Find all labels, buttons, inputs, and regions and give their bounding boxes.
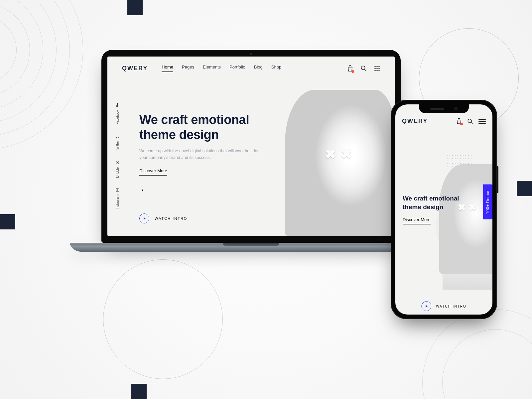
laptop-base <box>70 243 432 252</box>
play-icon <box>139 213 149 223</box>
discover-more-link[interactable]: Discover More <box>139 168 167 176</box>
facebook-icon <box>116 103 119 107</box>
bg-square <box>127 0 143 15</box>
social-label: Dribble <box>116 167 119 178</box>
statue-eye-x-icon: ✖ <box>325 146 336 162</box>
bg-square <box>0 214 15 229</box>
hero-subtitle: We come up with the novel digital soluti… <box>139 148 266 161</box>
hero-title: We craft emotional theme design <box>139 112 266 142</box>
svg-point-9 <box>378 70 379 71</box>
nav-item-pages[interactable]: Pages <box>182 65 194 72</box>
apps-button[interactable] <box>374 66 380 71</box>
search-button[interactable] <box>467 118 473 124</box>
nav-item-portfolio[interactable]: Portfolio <box>229 65 245 72</box>
statue-eye-x-icon: ✖ <box>341 146 352 162</box>
phone-mockup: QWERY ✖ ✖ We craft emotional <box>391 100 497 319</box>
dribble-icon <box>115 161 119 165</box>
search-button[interactable] <box>360 65 367 71</box>
social-link-dribble[interactable]: Dribble <box>115 161 119 178</box>
watch-intro-label: WATCH INTRO <box>155 216 187 220</box>
search-icon <box>467 118 473 124</box>
cart-button[interactable] <box>347 65 353 72</box>
watch-intro-button[interactable]: WATCH INTRO <box>421 301 466 311</box>
apps-grid-icon <box>374 66 380 71</box>
desktop-viewport: QWERY Home Pages Elements Portfolio Blog… <box>107 57 395 236</box>
watch-intro-button[interactable]: WATCH INTRO <box>139 213 187 223</box>
statue-eye-x-icon: ✖ <box>468 201 476 213</box>
nav-item-elements[interactable]: Elements <box>203 65 221 72</box>
svg-point-11 <box>117 189 118 191</box>
svg-point-1 <box>374 66 375 67</box>
svg-point-14 <box>468 119 471 123</box>
bg-square <box>131 384 147 399</box>
demos-side-tab[interactable]: 100+ Demos <box>483 184 492 219</box>
svg-point-4 <box>374 68 375 69</box>
social-label: Twitter <box>116 141 119 151</box>
laptop-mockup: QWERY Home Pages Elements Portfolio Blog… <box>70 50 432 252</box>
svg-point-0 <box>361 66 365 69</box>
svg-point-8 <box>376 70 377 71</box>
svg-point-12 <box>116 191 117 191</box>
cart-badge-dot <box>351 70 354 73</box>
statue-image <box>285 90 395 236</box>
svg-point-7 <box>374 70 375 71</box>
desktop-header: QWERY Home Pages Elements Portfolio Blog… <box>107 57 395 77</box>
nav-item-home[interactable]: Home <box>162 65 173 72</box>
social-link-instagram[interactable]: Instagram <box>115 188 119 209</box>
phone-side-button <box>497 166 498 193</box>
cart-button[interactable] <box>456 118 462 124</box>
primary-nav: Home Pages Elements Portfolio Blog Shop <box>162 65 281 72</box>
hero-section: We craft emotional theme design Discover… <box>403 194 466 224</box>
social-rail: Instagram Dribble Twitter Facebook <box>115 103 119 209</box>
slide-indicator-dot[interactable] <box>142 190 143 191</box>
discover-more-link[interactable]: Discover More <box>403 217 431 224</box>
mobile-viewport: QWERY ✖ ✖ We craft emotional <box>395 104 492 315</box>
social-link-twitter[interactable]: Twitter <box>115 134 119 151</box>
social-link-facebook[interactable]: Facebook <box>116 103 119 124</box>
hamburger-menu-icon <box>478 119 486 124</box>
hero-section: We craft emotional theme design We come … <box>139 112 266 176</box>
nav-item-blog[interactable]: Blog <box>254 65 263 72</box>
search-icon <box>360 65 367 71</box>
hero-title: We craft emotional theme design <box>403 194 466 211</box>
svg-point-2 <box>376 66 377 67</box>
menu-button[interactable] <box>478 119 486 124</box>
bg-square <box>517 181 532 196</box>
brand-logo[interactable]: QWERY <box>122 65 148 72</box>
svg-point-3 <box>378 66 379 67</box>
brand-logo[interactable]: QWERY <box>402 118 428 125</box>
watch-intro-label: WATCH INTRO <box>436 305 466 308</box>
play-icon <box>421 301 431 311</box>
twitter-icon <box>115 134 119 138</box>
instagram-icon <box>115 188 119 192</box>
svg-point-5 <box>376 68 377 69</box>
cart-badge-dot <box>460 123 463 125</box>
social-label: Facebook <box>116 110 119 124</box>
bg-ring <box>103 259 223 379</box>
svg-point-6 <box>378 68 379 69</box>
nav-item-shop[interactable]: Shop <box>271 65 281 72</box>
social-label: Instagram <box>116 195 119 209</box>
phone-notch <box>419 104 469 113</box>
